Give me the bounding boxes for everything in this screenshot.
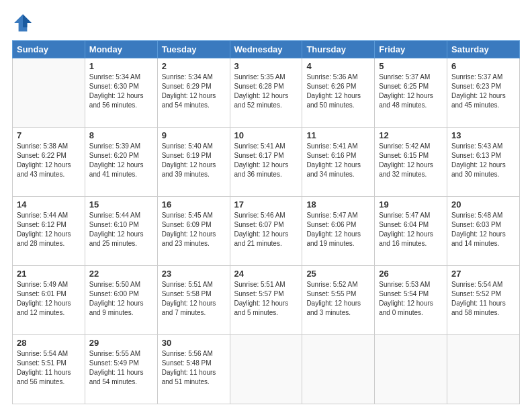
day-number: 26: [379, 269, 443, 279]
day-header-tuesday: Tuesday: [157, 41, 230, 58]
calendar-cell: 30Sunrise: 5:56 AM Sunset: 5:48 PM Dayli…: [157, 335, 230, 404]
calendar-cell: 20Sunrise: 5:48 AM Sunset: 6:03 PM Dayli…: [447, 197, 520, 266]
calendar-cell: 22Sunrise: 5:50 AM Sunset: 6:00 PM Dayli…: [85, 266, 157, 335]
day-info: Sunrise: 5:56 AM Sunset: 5:48 PM Dayligh…: [162, 349, 226, 387]
day-number: 28: [17, 338, 81, 348]
calendar-cell: 25Sunrise: 5:52 AM Sunset: 5:55 PM Dayli…: [302, 266, 375, 335]
calendar-cell: 29Sunrise: 5:55 AM Sunset: 5:49 PM Dayli…: [85, 335, 157, 404]
day-info: Sunrise: 5:35 AM Sunset: 6:28 PM Dayligh…: [234, 73, 298, 110]
day-info: Sunrise: 5:54 AM Sunset: 5:52 PM Dayligh…: [451, 280, 515, 318]
day-number: 19: [379, 199, 443, 210]
calendar-week-5: 28Sunrise: 5:54 AM Sunset: 5:51 PM Dayli…: [13, 335, 520, 404]
calendar-cell: 7Sunrise: 5:38 AM Sunset: 6:22 PM Daylig…: [13, 128, 85, 197]
day-info: Sunrise: 5:41 AM Sunset: 6:16 PM Dayligh…: [306, 142, 370, 179]
calendar-cell: 23Sunrise: 5:51 AM Sunset: 5:58 PM Dayli…: [157, 266, 230, 335]
calendar-week-2: 7Sunrise: 5:38 AM Sunset: 6:22 PM Daylig…: [13, 128, 520, 197]
day-info: Sunrise: 5:43 AM Sunset: 6:13 PM Dayligh…: [451, 142, 515, 179]
day-info: Sunrise: 5:45 AM Sunset: 6:09 PM Dayligh…: [162, 211, 226, 248]
day-number: 6: [451, 61, 515, 71]
calendar-cell: 1Sunrise: 5:34 AM Sunset: 6:30 PM Daylig…: [85, 58, 157, 128]
day-number: 24: [234, 269, 298, 279]
day-number: 10: [234, 130, 298, 140]
calendar-week-3: 14Sunrise: 5:44 AM Sunset: 6:12 PM Dayli…: [13, 197, 520, 266]
calendar-cell: 8Sunrise: 5:39 AM Sunset: 6:20 PM Daylig…: [85, 128, 157, 197]
day-number: 18: [306, 199, 370, 210]
day-info: Sunrise: 5:50 AM Sunset: 6:00 PM Dayligh…: [89, 280, 153, 318]
day-info: Sunrise: 5:44 AM Sunset: 6:10 PM Dayligh…: [89, 211, 153, 248]
header: [12, 12, 520, 34]
calendar-cell: 9Sunrise: 5:40 AM Sunset: 6:19 PM Daylig…: [157, 128, 230, 197]
calendar-cell: 17Sunrise: 5:46 AM Sunset: 6:07 PM Dayli…: [230, 197, 302, 266]
logo: [12, 12, 36, 34]
day-info: Sunrise: 5:34 AM Sunset: 6:29 PM Dayligh…: [162, 73, 226, 110]
day-header-monday: Monday: [85, 41, 157, 58]
calendar-cell: 5Sunrise: 5:37 AM Sunset: 6:25 PM Daylig…: [375, 58, 447, 128]
calendar-cell: [230, 335, 302, 404]
page: SundayMondayTuesdayWednesdayThursdayFrid…: [0, 0, 532, 411]
day-info: Sunrise: 5:53 AM Sunset: 5:54 PM Dayligh…: [379, 280, 443, 318]
svg-marker-1: [23, 14, 32, 27]
calendar-cell: [375, 335, 447, 404]
calendar-cell: 18Sunrise: 5:47 AM Sunset: 6:06 PM Dayli…: [302, 197, 375, 266]
day-info: Sunrise: 5:36 AM Sunset: 6:26 PM Dayligh…: [306, 73, 370, 110]
day-info: Sunrise: 5:47 AM Sunset: 6:06 PM Dayligh…: [306, 211, 370, 248]
day-info: Sunrise: 5:42 AM Sunset: 6:15 PM Dayligh…: [379, 142, 443, 179]
day-number: 8: [89, 130, 153, 140]
day-number: 13: [451, 130, 515, 140]
day-info: Sunrise: 5:49 AM Sunset: 6:01 PM Dayligh…: [17, 280, 81, 318]
day-number: 21: [17, 269, 81, 279]
calendar-cell: 13Sunrise: 5:43 AM Sunset: 6:13 PM Dayli…: [447, 128, 520, 197]
calendar-cell: 28Sunrise: 5:54 AM Sunset: 5:51 PM Dayli…: [13, 335, 85, 404]
day-info: Sunrise: 5:51 AM Sunset: 5:58 PM Dayligh…: [162, 280, 226, 318]
day-info: Sunrise: 5:37 AM Sunset: 6:23 PM Dayligh…: [451, 73, 515, 110]
calendar-cell: 26Sunrise: 5:53 AM Sunset: 5:54 PM Dayli…: [375, 266, 447, 335]
day-number: 3: [234, 61, 298, 71]
calendar-cell: 19Sunrise: 5:47 AM Sunset: 6:04 PM Dayli…: [375, 197, 447, 266]
day-number: 14: [17, 199, 81, 210]
calendar-cell: 12Sunrise: 5:42 AM Sunset: 6:15 PM Dayli…: [375, 128, 447, 197]
calendar-cell: 6Sunrise: 5:37 AM Sunset: 6:23 PM Daylig…: [447, 58, 520, 128]
calendar-header-row: SundayMondayTuesdayWednesdayThursdayFrid…: [13, 41, 520, 58]
day-info: Sunrise: 5:55 AM Sunset: 5:49 PM Dayligh…: [89, 349, 153, 387]
day-info: Sunrise: 5:39 AM Sunset: 6:20 PM Dayligh…: [89, 142, 153, 179]
day-number: 9: [162, 130, 226, 140]
day-info: Sunrise: 5:40 AM Sunset: 6:19 PM Dayligh…: [162, 142, 226, 179]
day-number: 2: [162, 61, 226, 71]
calendar-cell: 27Sunrise: 5:54 AM Sunset: 5:52 PM Dayli…: [447, 266, 520, 335]
calendar-cell: [447, 335, 520, 404]
day-number: 23: [162, 269, 226, 279]
calendar-cell: 2Sunrise: 5:34 AM Sunset: 6:29 PM Daylig…: [157, 58, 230, 128]
calendar-cell: 16Sunrise: 5:45 AM Sunset: 6:09 PM Dayli…: [157, 197, 230, 266]
calendar-cell: 10Sunrise: 5:41 AM Sunset: 6:17 PM Dayli…: [230, 128, 302, 197]
day-info: Sunrise: 5:54 AM Sunset: 5:51 PM Dayligh…: [17, 349, 81, 387]
day-number: 20: [451, 199, 515, 210]
day-info: Sunrise: 5:52 AM Sunset: 5:55 PM Dayligh…: [306, 280, 370, 318]
day-number: 12: [379, 130, 443, 140]
day-info: Sunrise: 5:48 AM Sunset: 6:03 PM Dayligh…: [451, 211, 515, 248]
day-info: Sunrise: 5:34 AM Sunset: 6:30 PM Dayligh…: [89, 73, 153, 110]
day-number: 22: [89, 269, 153, 279]
day-number: 1: [89, 61, 153, 71]
day-info: Sunrise: 5:46 AM Sunset: 6:07 PM Dayligh…: [234, 211, 298, 248]
day-header-friday: Friday: [375, 41, 447, 58]
day-number: 11: [306, 130, 370, 140]
calendar-cell: 3Sunrise: 5:35 AM Sunset: 6:28 PM Daylig…: [230, 58, 302, 128]
day-number: 17: [234, 199, 298, 210]
day-number: 29: [89, 338, 153, 348]
calendar-cell: 11Sunrise: 5:41 AM Sunset: 6:16 PM Dayli…: [302, 128, 375, 197]
day-info: Sunrise: 5:44 AM Sunset: 6:12 PM Dayligh…: [17, 211, 81, 248]
day-number: 5: [379, 61, 443, 71]
day-number: 27: [451, 269, 515, 279]
day-number: 16: [162, 199, 226, 210]
day-info: Sunrise: 5:37 AM Sunset: 6:25 PM Dayligh…: [379, 73, 443, 110]
day-info: Sunrise: 5:38 AM Sunset: 6:22 PM Dayligh…: [17, 142, 81, 179]
calendar-table: SundayMondayTuesdayWednesdayThursdayFrid…: [12, 40, 520, 404]
calendar-cell: [13, 58, 85, 128]
calendar-cell: 14Sunrise: 5:44 AM Sunset: 6:12 PM Dayli…: [13, 197, 85, 266]
calendar-cell: 21Sunrise: 5:49 AM Sunset: 6:01 PM Dayli…: [13, 266, 85, 335]
day-number: 4: [306, 61, 370, 71]
calendar-cell: [302, 335, 375, 404]
day-header-saturday: Saturday: [447, 41, 520, 58]
day-number: 15: [89, 199, 153, 210]
logo-icon: [12, 12, 34, 34]
